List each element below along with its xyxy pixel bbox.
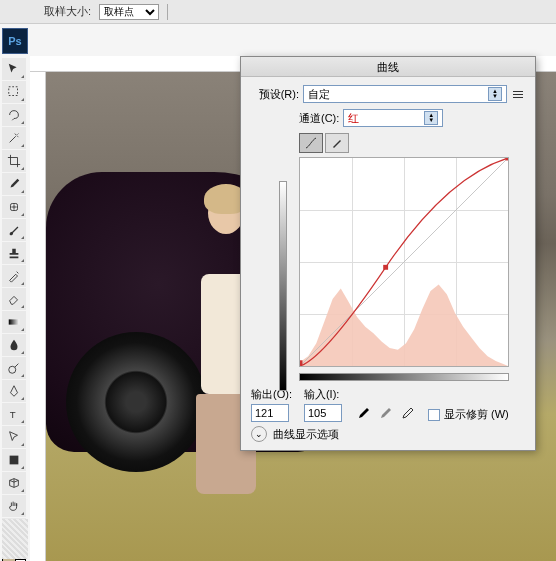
svg-text:T: T xyxy=(10,409,16,420)
gradient-tool[interactable] xyxy=(2,311,26,333)
panel-menu-icon[interactable] xyxy=(511,87,525,101)
output-input[interactable] xyxy=(251,404,289,422)
input-gradient xyxy=(299,373,509,381)
blur-tool[interactable] xyxy=(2,334,26,356)
svg-rect-5 xyxy=(10,456,19,465)
shape-tool[interactable] xyxy=(2,449,26,471)
preset-select[interactable]: 自定 ▲▼ xyxy=(303,85,507,103)
dropdown-arrows-icon: ▲▼ xyxy=(424,111,438,125)
lasso-tool[interactable] xyxy=(2,104,26,126)
preset-label: 预设(R): xyxy=(251,87,299,102)
ps-app-icon: Ps xyxy=(2,28,28,54)
ruler-vertical[interactable] xyxy=(30,72,46,561)
curve-edit-button[interactable] xyxy=(299,133,323,153)
move-tool[interactable] xyxy=(2,58,26,80)
dialog-title[interactable]: 曲线 xyxy=(241,57,535,77)
svg-rect-10 xyxy=(506,158,508,160)
black-point-dropper[interactable] xyxy=(354,404,372,422)
curve-options-label: 曲线显示选项 xyxy=(273,427,339,442)
stamp-tool[interactable] xyxy=(2,242,26,264)
svg-rect-2 xyxy=(9,319,20,324)
path-select-tool[interactable] xyxy=(2,426,26,448)
curves-graph[interactable] xyxy=(299,157,509,367)
brush-tool[interactable] xyxy=(2,219,26,241)
curve-path[interactable] xyxy=(300,158,508,366)
sample-size-label: 取样大小: xyxy=(44,4,91,19)
divider xyxy=(167,4,168,20)
show-clipping-checkbox[interactable]: 显示修剪 (W) xyxy=(428,407,509,422)
tool-panel: T xyxy=(2,58,28,561)
svg-rect-8 xyxy=(300,360,302,365)
options-bar: 取样大小: 取样点 xyxy=(0,0,556,24)
white-point-dropper[interactable] xyxy=(398,404,416,422)
gray-point-dropper[interactable] xyxy=(376,404,394,422)
healing-tool[interactable] xyxy=(2,196,26,218)
channel-label: 通道(C): xyxy=(299,111,339,126)
output-gradient xyxy=(279,181,287,391)
svg-rect-9 xyxy=(383,265,388,270)
input-label: 输入(I): xyxy=(304,387,342,402)
quick-mask-area[interactable] xyxy=(2,519,28,559)
type-tool[interactable]: T xyxy=(2,403,26,425)
svg-rect-0 xyxy=(9,87,18,96)
crop-tool[interactable] xyxy=(2,150,26,172)
expand-options-button[interactable]: ⌄ xyxy=(251,426,267,442)
magic-wand-tool[interactable] xyxy=(2,127,26,149)
eraser-tool[interactable] xyxy=(2,288,26,310)
pen-tool[interactable] xyxy=(2,380,26,402)
dodge-tool[interactable] xyxy=(2,357,26,379)
hand-tool[interactable] xyxy=(2,495,26,517)
curves-dialog: 曲线 预设(R): 自定 ▲▼ 通道(C): 红 ▲▼ xyxy=(240,56,536,451)
history-brush-tool[interactable] xyxy=(2,265,26,287)
input-input[interactable] xyxy=(304,404,342,422)
dropdown-arrows-icon: ▲▼ xyxy=(488,87,502,101)
3d-tool[interactable] xyxy=(2,472,26,494)
sample-size-select[interactable]: 取样点 xyxy=(99,4,159,20)
marquee-tool[interactable] xyxy=(2,81,26,103)
svg-point-3 xyxy=(9,366,16,373)
pencil-edit-button[interactable] xyxy=(325,133,349,153)
svg-line-7 xyxy=(300,158,508,366)
channel-select[interactable]: 红 ▲▼ xyxy=(343,109,443,127)
eyedropper-tool[interactable] xyxy=(2,173,26,195)
